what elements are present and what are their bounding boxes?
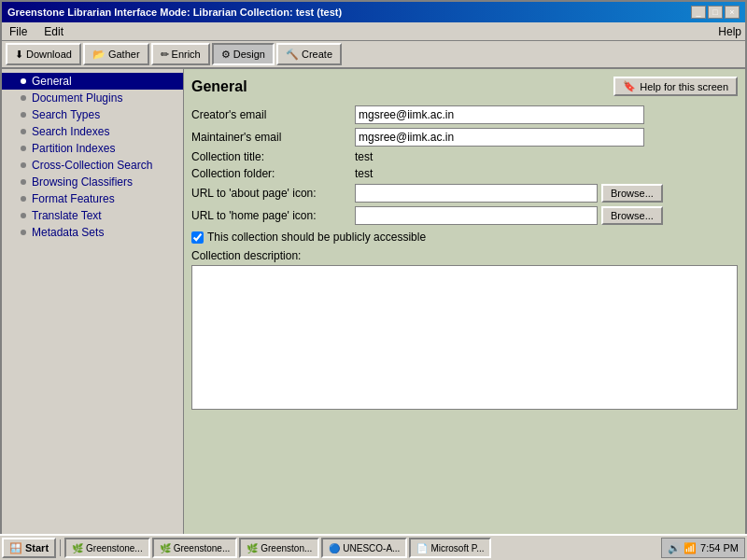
sidebar-item-partition-indexes[interactable]: Partition Indexes — [2, 140, 183, 157]
taskbar-separator — [60, 539, 61, 556]
creator-email-row: Creator's email — [191, 105, 738, 124]
sidebar-item-search-types[interactable]: Search Types — [2, 106, 183, 123]
right-panel: General 🔖 Help for this screen Creator's… — [184, 69, 745, 536]
sidebar-item-general[interactable]: General — [2, 73, 183, 90]
menu-bar: File Edit Help — [2, 22, 745, 41]
maintainer-email-row: Maintainer's email — [191, 128, 738, 147]
description-section: Collection description: — [191, 249, 738, 413]
home-page-icon-field: Browse... — [355, 206, 663, 225]
toolbar-enrich[interactable]: ✏ Enrich — [151, 43, 210, 65]
toolbar-design[interactable]: ⚙ Design — [212, 43, 275, 65]
bullet-icon — [21, 162, 26, 168]
window-title: Greenstone Librarian Interface Mode: Lib… — [7, 7, 342, 18]
public-accessible-label: This collection should be publicly acces… — [207, 231, 426, 244]
taskbar-item-4[interactable]: 📄 Microsoft P... — [409, 538, 491, 558]
sidebar-item-format-features[interactable]: Format Features — [2, 190, 183, 207]
start-button[interactable]: 🪟 Start — [2, 538, 56, 558]
gather-icon: 📂 — [92, 49, 106, 61]
taskbar-items: 🌿 Greenstone... 🌿 Greenstone... 🌿 Greens… — [64, 538, 659, 558]
public-accessible-checkbox[interactable] — [191, 231, 204, 244]
description-textarea[interactable] — [191, 265, 738, 410]
sidebar-item-document-plugins[interactable]: Document Plugins — [2, 90, 183, 106]
bullet-icon — [21, 146, 26, 151]
bullet-icon — [21, 230, 26, 235]
maximize-button[interactable]: □ — [708, 6, 723, 19]
sidebar-item-translate-text[interactable]: Translate Text — [2, 207, 183, 224]
enrich-icon: ✏ — [161, 49, 169, 61]
maintainer-email-label: Maintainer's email — [191, 131, 355, 144]
bullet-icon — [21, 213, 26, 218]
about-page-browse-button[interactable]: Browse... — [601, 184, 663, 203]
help-icon: 🔖 — [623, 80, 636, 92]
home-page-browse-button[interactable]: Browse... — [601, 206, 663, 225]
maintainer-email-input[interactable] — [355, 128, 644, 147]
sidebar-item-metadata-sets[interactable]: Metadata Sets — [2, 224, 183, 241]
about-page-icon-row: URL to 'about page' icon: Browse... — [191, 184, 738, 203]
collection-title-label: Collection title: — [191, 150, 355, 163]
taskbar-icons: 🔊 📶 — [668, 542, 697, 554]
sidebar-item-search-indexes[interactable]: Search Indexes — [2, 123, 183, 140]
bullet-icon — [21, 95, 26, 101]
toolbar-download[interactable]: ⬇ Download — [6, 43, 81, 65]
menu-edit[interactable]: Edit — [40, 24, 67, 39]
taskbar-item-icon-3: 🔵 — [329, 543, 340, 553]
start-icon: 🪟 — [9, 542, 22, 554]
taskbar-item-icon-4: 📄 — [416, 543, 428, 553]
collection-folder-label: Collection folder: — [191, 167, 355, 180]
bullet-icon — [21, 129, 26, 134]
toolbar: ⬇ Download 📂 Gather ✏ Enrich ⚙ Design 🔨 … — [2, 41, 745, 69]
panel-title: General — [191, 78, 247, 95]
collection-folder-row: Collection folder: test — [191, 167, 738, 180]
window-controls: _ □ × — [691, 6, 740, 19]
public-accessible-row: This collection should be publicly acces… — [191, 231, 738, 244]
taskbar-item-1[interactable]: 🌿 Greenstone... — [152, 538, 238, 558]
taskbar-item-icon-1: 🌿 — [160, 543, 171, 553]
taskbar-item-3[interactable]: 🔵 UNESCO-A... — [321, 538, 407, 558]
collection-title-row: Collection title: test — [191, 150, 738, 163]
creator-email-input[interactable] — [355, 105, 644, 124]
sidebar-item-browsing-classifiers[interactable]: Browsing Classifiers — [2, 174, 183, 190]
creator-email-label: Creator's email — [191, 108, 355, 121]
bullet-icon — [21, 196, 26, 202]
taskbar-item-2[interactable]: 🌿 Greenston... — [239, 538, 319, 558]
description-label: Collection description: — [191, 249, 738, 262]
home-page-icon-input[interactable] — [355, 206, 598, 225]
bullet-icon — [21, 112, 26, 118]
taskbar-time: 7:54 PM — [700, 542, 739, 553]
taskbar-item-0[interactable]: 🌿 Greenstone... — [64, 538, 150, 558]
sidebar-item-cross-collection-search[interactable]: Cross-Collection Search — [2, 157, 183, 174]
menu-file[interactable]: File — [6, 24, 31, 39]
sidebar: General Document Plugins Search Types Se… — [2, 69, 184, 536]
title-bar: Greenstone Librarian Interface Mode: Lib… — [2, 2, 745, 22]
taskbar: 🪟 Start 🌿 Greenstone... 🌿 Greenstone... … — [0, 534, 747, 560]
create-icon: 🔨 — [286, 49, 299, 61]
close-button[interactable]: × — [725, 6, 740, 19]
taskbar-item-icon-0: 🌿 — [72, 543, 83, 553]
main-content: General Document Plugins Search Types Se… — [2, 69, 745, 536]
minimize-button[interactable]: _ — [691, 6, 706, 19]
about-page-icon-field: Browse... — [355, 184, 663, 203]
panel-header: General 🔖 Help for this screen — [191, 77, 738, 96]
taskbar-item-icon-2: 🌿 — [247, 543, 258, 553]
toolbar-create[interactable]: 🔨 Create — [276, 43, 342, 65]
menu-help[interactable]: Help — [718, 25, 741, 38]
home-page-icon-row: URL to 'home page' icon: Browse... — [191, 206, 738, 225]
about-page-icon-input[interactable] — [355, 184, 598, 203]
toolbar-gather[interactable]: 📂 Gather — [83, 43, 149, 65]
collection-folder-value: test — [355, 167, 373, 180]
download-icon: ⬇ — [15, 49, 23, 61]
about-page-icon-label: URL to 'about page' icon: — [191, 187, 355, 200]
bullet-icon — [21, 179, 26, 185]
home-page-icon-label: URL to 'home page' icon: — [191, 209, 355, 222]
design-icon: ⚙ — [221, 49, 231, 61]
taskbar-clock: 🔊 📶 7:54 PM — [661, 538, 745, 558]
collection-title-value: test — [355, 150, 373, 163]
help-button[interactable]: 🔖 Help for this screen — [613, 77, 738, 96]
bullet-icon — [21, 78, 26, 84]
